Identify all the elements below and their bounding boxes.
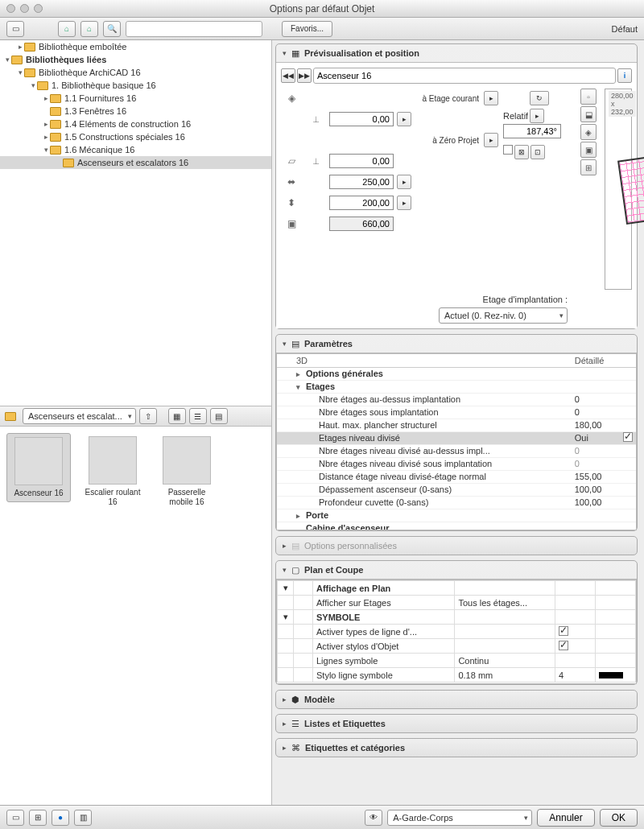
mirror-y-button[interactable]: ⊡ <box>530 145 545 159</box>
favorites-button[interactable]: Favoris... <box>282 21 332 37</box>
mirror-x-button[interactable]: ⊠ <box>514 145 529 159</box>
height-icon: ⟂ <box>305 113 326 125</box>
height1-input[interactable] <box>329 112 394 126</box>
search-icon[interactable]: 🔍 <box>103 21 121 37</box>
tree-row[interactable]: ▾1.6 Mécanique 16 <box>0 143 271 156</box>
gallery-toolbar: Ascenseurs et escalat... ⇧ ▦ ☰ ▤ <box>0 406 271 427</box>
params-table[interactable]: 3DDétaillé ▸Options générales▾EtagesNbre… <box>277 354 636 530</box>
width-menu[interactable]: ▸ <box>397 175 411 189</box>
search-input[interactable] <box>126 21 262 37</box>
param-row[interactable]: Nbre étages niveau divisé sous implantat… <box>277 457 636 470</box>
modele-header[interactable]: ▸ ⬢ Modèle <box>276 691 637 708</box>
custom-options-header[interactable]: ▸ ▤ Options personnalisées <box>276 537 637 555</box>
plan-row[interactable]: ▾SYMBOLE <box>278 610 636 625</box>
info-button[interactable]: i <box>617 68 632 83</box>
chevron-right-icon: ▸ <box>283 542 287 550</box>
layer-combo[interactable]: A-Garde-Corps <box>387 810 532 826</box>
param-row[interactable]: Profondeur cuvette (0-sans)100,00 <box>277 496 636 509</box>
tree-icon-a[interactable]: ⌂ <box>58 21 76 37</box>
chevron-down-icon: ▾ <box>283 340 287 348</box>
etage-impl-combo[interactable]: Actuel (0. Rez-niv. 0) <box>439 307 568 324</box>
library-tree[interactable]: ▸Bibliothèque emboîtée▾Bibliothèques lié… <box>0 40 271 406</box>
footer-icon-1[interactable]: ▭ <box>6 810 24 826</box>
plan-row[interactable]: ▾Affichage en Plan <box>278 581 636 596</box>
layer-eye-icon[interactable]: 👁 <box>365 810 382 826</box>
plan-row[interactable]: Activer stylos d'Objet <box>278 639 636 654</box>
view-list-button[interactable]: ☰ <box>189 408 207 424</box>
gallery-thumb[interactable]: Ascenseur 16 <box>6 433 71 502</box>
plan-header[interactable]: ▾ ▢ Plan et Coupe <box>276 561 637 579</box>
param-row[interactable]: Etages niveau diviséOui <box>277 431 636 444</box>
param-row[interactable]: Cabine d'ascenseur <box>277 522 636 530</box>
preview-icon: ▦ <box>291 48 299 59</box>
param-row[interactable]: Nbre étages niveau divisé au-dessus impl… <box>277 444 636 457</box>
etage-courant-menu[interactable]: ▸ <box>484 91 498 105</box>
listes-panel: ▸ ☰ Listes et Etiquettes <box>275 714 638 733</box>
depth-input[interactable] <box>329 196 394 210</box>
view-large-button[interactable]: ▦ <box>168 408 186 424</box>
plan-row[interactable]: Activer types de ligne d'... <box>278 625 636 639</box>
nav-next-button[interactable]: ▶▶ <box>297 68 312 83</box>
folder-icon <box>5 412 16 421</box>
view-detail-button[interactable]: ▤ <box>210 408 228 424</box>
height2-input[interactable] <box>329 154 394 168</box>
tree-row[interactable]: ▾Bibliothèque ArchiCAD 16 <box>0 66 271 79</box>
tree-row[interactable]: ▸1.1 Fournitures 16 <box>0 92 271 105</box>
cancel-button[interactable]: Annuler <box>537 809 594 827</box>
angle-input[interactable] <box>503 124 561 138</box>
param-row[interactable]: ▸Options générales <box>277 367 636 380</box>
ok-button[interactable]: OK <box>600 809 638 827</box>
tree-row[interactable]: Ascenseurs et escalators 16 <box>0 156 271 169</box>
tree-row[interactable]: ▾1. Bibliothèque basique 16 <box>0 79 271 92</box>
depth-icon: ⬍ <box>281 197 302 208</box>
listes-header[interactable]: ▸ ☰ Listes et Etiquettes <box>276 715 637 732</box>
plan-row[interactable]: Lignes symboleContinu <box>278 654 636 668</box>
nav-first-button[interactable]: ◀◀ <box>281 68 295 83</box>
view-mode-button[interactable]: ▭ <box>6 21 24 37</box>
rotate-icon[interactable]: ↻ <box>530 91 549 105</box>
tree-row[interactable]: ▸1.5 Constructions spéciales 16 <box>0 130 271 143</box>
plan-row[interactable]: Afficher sur EtagesTous les étages... <box>278 596 636 610</box>
plan-row[interactable]: Stylo ligne symbole0.18 mm4 <box>278 668 636 683</box>
folder-combo[interactable]: Ascenseurs et escalat... <box>23 408 136 424</box>
view-side-button[interactable]: ◈ <box>580 124 597 140</box>
zero-projet-menu[interactable]: ▸ <box>484 133 498 147</box>
footer-icon-2[interactable]: ⊞ <box>29 810 47 826</box>
object-name-input[interactable] <box>313 68 616 84</box>
footer-icon-3[interactable]: ● <box>52 810 69 826</box>
view-front-button[interactable]: ⬓ <box>580 106 597 122</box>
params-header[interactable]: ▾ ▤ Paramètres <box>276 335 637 353</box>
tree-icon-b[interactable]: ⌂ <box>80 21 98 37</box>
view-grid-button[interactable]: ⊞ <box>580 159 597 175</box>
etiquettes-header[interactable]: ▸ ⌘ Etiquettes et catégories <box>276 739 637 757</box>
param-row[interactable]: Distance étage niveau divisé-étage norma… <box>277 470 636 483</box>
width-input[interactable] <box>329 175 394 189</box>
param-row[interactable]: Nbre étages au-dessus implantation0 <box>277 393 636 406</box>
view-3d-button[interactable]: ▫ <box>580 89 597 105</box>
gallery-thumb[interactable]: Escalier roulant 16 <box>80 433 145 510</box>
plan-table[interactable]: ▾Affichage en PlanAfficher sur EtagesTou… <box>277 580 636 683</box>
height1-menu[interactable]: ▸ <box>397 112 411 126</box>
mirror-check[interactable] <box>503 145 513 155</box>
param-row[interactable]: Dépassement ascenseur (0-sans)100,00 <box>277 483 636 496</box>
listes-icon: ☰ <box>291 719 299 729</box>
param-row[interactable]: Nbre étages sous implantation0 <box>277 406 636 419</box>
tree-row[interactable]: ▾Bibliothèques liées <box>0 53 271 66</box>
preview-panel-header[interactable]: ▾ ▦ Prévisualisation et position <box>276 44 637 62</box>
preview-shape <box>617 147 644 225</box>
relatif-label: Relatif <box>503 111 528 121</box>
tree-row[interactable]: ▸1.4 Eléments de construction 16 <box>0 118 271 130</box>
param-row[interactable]: ▾Etages <box>277 380 636 393</box>
relatif-menu[interactable]: ▸ <box>530 109 544 123</box>
up-folder-button[interactable]: ⇧ <box>139 408 157 424</box>
gallery-thumb[interactable]: Passerelle mobile 16 <box>155 433 219 510</box>
param-row[interactable]: ▸Porte <box>277 509 636 522</box>
footer-icon-4[interactable]: ▥ <box>74 810 92 826</box>
param-row[interactable]: Haut. max. plancher structurel180,00 <box>277 419 636 431</box>
object-gallery[interactable]: Ascenseur 16Escalier roulant 16Passerell… <box>0 427 271 805</box>
preview-viewport[interactable]: 280,00 x 232,00 <box>605 89 632 290</box>
tree-row[interactable]: 1.3 Fenêtres 16 <box>0 105 271 118</box>
view-top-button[interactable]: ▣ <box>580 142 597 158</box>
depth-menu[interactable]: ▸ <box>397 196 411 210</box>
tree-row[interactable]: ▸Bibliothèque emboîtée <box>0 40 271 53</box>
